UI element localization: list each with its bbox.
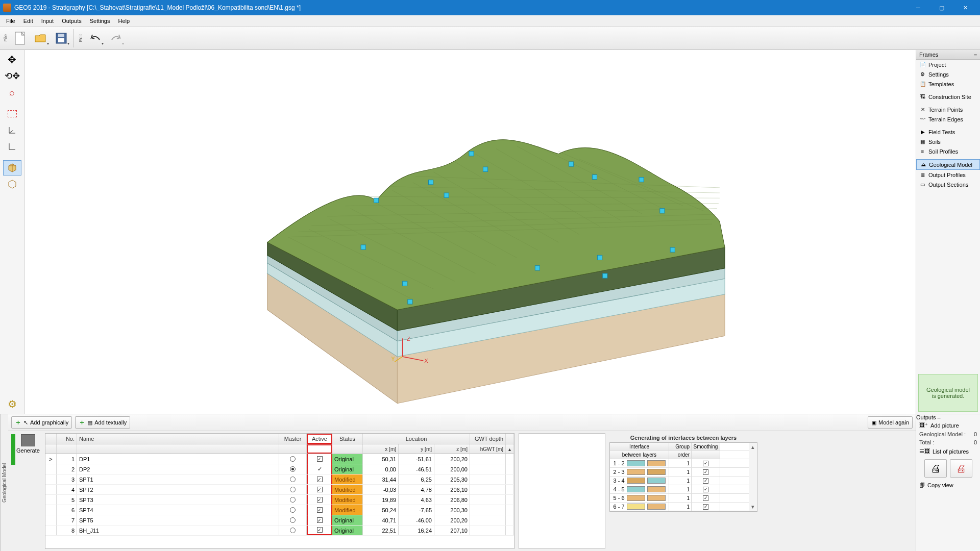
master-radio[interactable] [279, 515, 307, 525]
app-icon [3, 4, 11, 12]
svg-rect-14 [403, 281, 407, 286]
table-row[interactable]: 3SPT1✓Modified31,446,25205,30 [45, 474, 514, 485]
field-tests-icon: ▶ [919, 129, 926, 135]
minimize-button[interactable]: ─ [906, 0, 930, 15]
col-name[interactable]: Name [77, 434, 279, 444]
interfaces-scrollbar[interactable]: ▴▾ [749, 443, 757, 511]
frame-item-output-profiles[interactable]: ≣Output Profiles [916, 170, 980, 180]
frame-item-construction-site[interactable]: 🏗Construction Site [916, 92, 980, 102]
print-button[interactable]: 🖨 [924, 459, 947, 478]
smoothing-checkbox[interactable]: ✓ [692, 494, 720, 502]
save-file-button[interactable]: ▾ [52, 29, 70, 47]
table-row[interactable]: >1DP1✓Original50,31-51,61200,20 [45, 454, 514, 464]
col-location[interactable]: Location [363, 434, 470, 444]
gear-icon: ⚙ [8, 398, 17, 410]
col-master[interactable]: Master [279, 434, 307, 444]
interface-row[interactable]: 3 - 41✓ [610, 477, 749, 485]
maximize-button[interactable]: ▢ [930, 0, 953, 15]
col-active[interactable]: Active [307, 434, 332, 444]
frame-item-geological-model[interactable]: ⛰Geological Model [916, 159, 980, 170]
table-row[interactable]: 8BH_J11✓Original22,5116,24207,10 [45, 525, 514, 536]
open-file-button[interactable]: ▾ [32, 29, 50, 47]
model-again-button[interactable]: ▣Model again [868, 416, 913, 429]
view-solid-button[interactable] [3, 160, 21, 176]
frame-item-output-sections[interactable]: ▭Output Sections [916, 180, 980, 189]
boreholes-table[interactable]: No. Name Master Active Status Location G… [45, 433, 514, 549]
frame-item-settings[interactable]: ⚙Settings [916, 69, 980, 79]
menu-help[interactable]: Help [114, 17, 134, 25]
rotate-button[interactable]: ⟲✥ [3, 68, 21, 84]
active-checkbox[interactable]: ✓ [307, 474, 332, 484]
master-radio[interactable] [279, 505, 307, 515]
master-radio[interactable] [279, 525, 307, 535]
close-button[interactable]: ✕ [953, 0, 977, 15]
scroll-up-button[interactable]: ▴ [506, 444, 514, 454]
active-checkbox[interactable]: ✓ [307, 515, 332, 525]
active-checkbox[interactable]: ✓ [307, 485, 332, 494]
menu-file[interactable]: File [2, 17, 19, 25]
menu-settings[interactable]: Settings [86, 17, 114, 25]
frame-item-terrain-points[interactable]: ✕Terrain Points [916, 105, 980, 114]
axis-xyz-button[interactable] [3, 122, 21, 138]
new-file-button[interactable] [11, 29, 30, 47]
pan-button[interactable]: ✥ [3, 52, 21, 67]
list-pictures-button[interactable]: ☰🖼List of pictures [916, 446, 980, 456]
active-checkbox[interactable]: ✓ [307, 505, 332, 515]
3d-viewport[interactable]: Z Y X [24, 50, 916, 414]
master-radio[interactable] [279, 464, 307, 474]
smoothing-checkbox[interactable]: ✓ [692, 503, 720, 511]
svg-rect-5 [429, 180, 433, 185]
copy-view-button[interactable]: 🗐Copy view [916, 481, 980, 490]
interface-row[interactable]: 4 - 51✓ [610, 485, 749, 494]
view-settings-button[interactable]: ⚙ [3, 396, 21, 412]
frame-item-project[interactable]: 📄Project [916, 60, 980, 69]
smoothing-checkbox[interactable]: ✓ [692, 459, 720, 467]
smoothing-checkbox[interactable]: ✓ [692, 485, 720, 493]
active-checkbox[interactable]: ✓ [307, 495, 332, 505]
table-row[interactable]: 7SPT5✓Original40,71-46,00200,20 [45, 515, 514, 525]
menu-edit[interactable]: Edit [19, 17, 37, 25]
generate-button[interactable]: Generate [16, 434, 40, 454]
active-checkbox[interactable]: ✓ [307, 525, 332, 535]
menu-outputs[interactable]: Outputs [58, 17, 86, 25]
frame-item-field-tests[interactable]: ▶Field Tests [916, 127, 980, 137]
interfaces-table[interactable]: Interface Group Smoothing between layers… [609, 442, 757, 512]
interface-row[interactable]: 6 - 71✓ [610, 503, 749, 511]
redo-button[interactable]: ▾ [107, 29, 125, 47]
table-row[interactable]: 6SPT4✓Modified50,24-7,65200,30 [45, 505, 514, 515]
table-row[interactable]: 4SPT2✓Modified-0,034,78206,10 [45, 485, 514, 495]
outputs-minimize-button[interactable]: – [938, 414, 941, 420]
master-radio[interactable] [279, 454, 307, 464]
active-checkbox[interactable]: ✓ [307, 454, 332, 464]
master-radio[interactable] [279, 485, 307, 494]
frame-item-soil-profiles[interactable]: ≡Soil Profiles [916, 146, 980, 156]
frame-item-templates[interactable]: 📋Templates [916, 79, 980, 89]
frames-minimize-button[interactable]: – [974, 52, 977, 58]
view-wireframe-button[interactable] [3, 177, 21, 192]
menu-input[interactable]: Input [37, 17, 58, 25]
axis-xy-button[interactable] [3, 139, 21, 154]
table-row[interactable]: 2DP2✓Original0,00-46,51200,00 [45, 464, 514, 474]
master-radio[interactable] [279, 474, 307, 484]
zoom-area-button[interactable] [3, 106, 21, 121]
interface-row[interactable]: 1 - 21✓ [610, 459, 749, 468]
frame-item-terrain-edges[interactable]: 〰Terrain Edges [916, 114, 980, 124]
col-gwt[interactable]: GWT depth [470, 434, 506, 444]
add-picture-button[interactable]: 🖼⁺Add picture [916, 420, 980, 430]
col-status[interactable]: Status [332, 434, 363, 444]
smoothing-checkbox[interactable]: ✓ [692, 468, 720, 476]
smoothing-checkbox[interactable]: ✓ [692, 477, 720, 485]
add-graphically-button[interactable]: ＋↖Add graphically [11, 416, 72, 429]
svg-rect-3 [58, 34, 64, 37]
zoom-button[interactable]: ⌕ [3, 85, 21, 100]
interface-row[interactable]: 5 - 61✓ [610, 494, 749, 503]
col-no[interactable]: No. [57, 434, 77, 444]
table-row[interactable]: 5SPT3✓Modified19,894,63206,80 [45, 495, 514, 505]
undo-button[interactable]: ▾ [86, 29, 105, 47]
print-color-button[interactable]: 🖨 [950, 459, 972, 478]
frame-item-soils[interactable]: ▦Soils [916, 137, 980, 146]
add-textually-button[interactable]: ＋▤Add textually [75, 416, 130, 429]
master-radio[interactable] [279, 495, 307, 505]
interface-row[interactable]: 2 - 31✓ [610, 468, 749, 477]
active-checkbox[interactable]: ✓ [307, 464, 332, 474]
